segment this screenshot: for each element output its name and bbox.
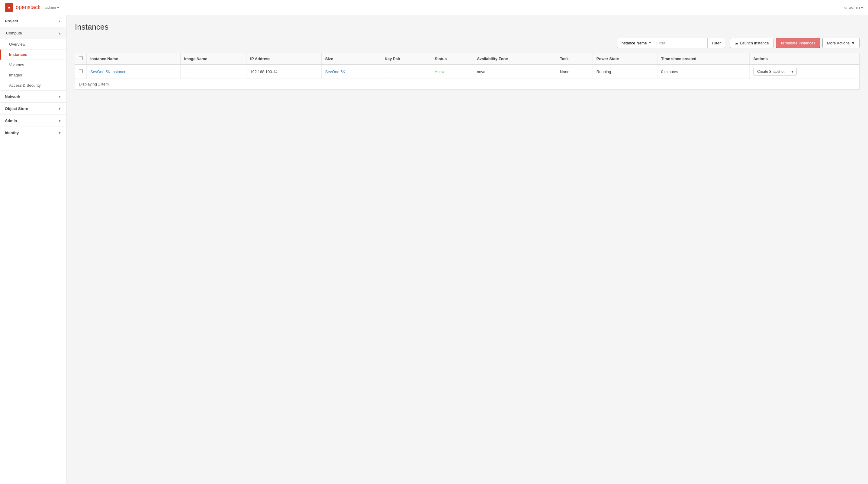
header-power-state-label: Power State [596,57,619,61]
chevron-up-icon-compute: ▲ [58,31,61,35]
filter-group: Instance Name Filter [617,38,725,48]
chevron-down-icon-more: ▼ [851,41,855,45]
sidebar-section-network[interactable]: Network ▼ [0,91,66,103]
filter-button[interactable]: Filter [707,38,725,48]
row-size-cell: SevOne 5K [321,64,381,79]
row-task-value: None [560,69,569,74]
select-all-checkbox[interactable] [79,56,83,60]
row-instance-name-link[interactable]: SevOne 5K Instance [90,69,126,74]
table-row: SevOne 5K Instance - 192.168.100.14 SevO… [75,64,860,79]
table-header-row: Instance Name Image Name IP Address Size… [75,53,860,65]
table-header: Instance Name Image Name IP Address Size… [75,53,860,65]
row-size-link[interactable]: SevOne 5K [325,69,345,74]
sidebar-section-network-label: Network [5,94,20,99]
user-dropdown-arrow: ▾ [861,5,863,10]
sidebar: Project ▲ Compute ▲ Overview Instances V… [0,15,66,484]
terminate-instances-button[interactable]: Terminate Instances [776,38,820,48]
chevron-up-icon: ▲ [58,19,61,23]
table-body: SevOne 5K Instance - 192.168.100.14 SevO… [75,64,860,79]
main-content: Instances Instance Name Filter ☁ Launch … [66,15,868,484]
sidebar-item-overview[interactable]: Overview [0,39,66,50]
filter-input[interactable] [653,38,707,48]
sidebar-item-overview-label: Overview [9,42,25,47]
header-size-label: Size [325,57,333,61]
row-availability-zone-cell: nova [473,64,556,79]
sidebar-section-object-store[interactable]: Object Store ▼ [0,103,66,115]
sidebar-section-object-store-label: Object Store [5,107,28,111]
row-power-state-cell: Running [593,64,657,79]
sidebar-section-admin[interactable]: Admin ▼ [0,115,66,127]
row-checkbox-cell [75,64,87,79]
row-status-value: Active [435,69,445,74]
header-ip-address-label: IP Address [250,57,270,61]
filter-select[interactable]: Instance Name [617,38,653,48]
sidebar-item-images[interactable]: Images [0,70,66,80]
row-key-pair-value: - [385,69,386,74]
header-image-name-label: Image Name [184,57,208,61]
logo-text: openstack [16,4,40,10]
header-key-pair-label: Key Pair [385,57,401,61]
sidebar-section-compute[interactable]: Compute ▲ [0,27,66,39]
header-instance-name-label: Instance Name [90,57,118,61]
row-power-state-value: Running [596,69,611,74]
row-instance-name-cell: SevOne 5K Instance [87,64,181,79]
row-time-since-created-cell: 0 minutes [657,64,749,79]
header-size: Size [321,53,381,65]
terminate-instances-label: Terminate Instances [780,41,815,45]
sidebar-item-volumes[interactable]: Volumes [0,60,66,70]
header-status-label: Status [435,57,447,61]
row-image-name-value: - [184,69,185,74]
create-snapshot-button[interactable]: Create Snapshot [753,68,788,75]
nav-left: ■ openstack admin ▾ [5,3,59,12]
header-status: Status [431,53,473,65]
action-dropdown-button[interactable]: ▼ [788,68,797,75]
row-ip-address-cell: 192.168.100.14 [246,64,321,79]
row-checkbox[interactable] [79,69,83,73]
sidebar-section-identity[interactable]: Identity ▼ [0,127,66,139]
project-dropdown-label: admin [45,5,56,10]
user-icon: ☺ [843,5,848,10]
launch-instance-button[interactable]: ☁ Launch Instance [730,38,773,48]
row-key-pair-cell: - [381,64,431,79]
upload-icon: ☁ [735,41,738,45]
header-checkbox-col [75,53,87,65]
more-actions-label: More Actions [827,41,849,45]
action-dropdown-arrow: ▼ [791,70,794,73]
header-power-state: Power State [593,53,657,65]
sidebar-section-project[interactable]: Project ▲ [0,15,66,27]
logo-icon: ■ [5,3,13,12]
create-snapshot-label: Create Snapshot [757,69,784,74]
header-key-pair: Key Pair [381,53,431,65]
row-status-cell: Active [431,64,473,79]
row-ip-address-value: 192.168.100.14 [250,69,277,74]
project-dropdown[interactable]: admin ▾ [45,5,59,10]
chevron-down-icon-admin: ▼ [58,119,61,123]
sidebar-section-admin-label: Admin [5,118,17,123]
header-actions-label: Actions [753,57,768,61]
header-task: Task [556,53,593,65]
top-navigation: ■ openstack admin ▾ ☺ admin ▾ [0,0,868,15]
sidebar-item-images-label: Images [9,73,22,77]
row-time-since-created-value: 0 minutes [661,69,678,74]
logo: ■ openstack [5,3,40,12]
sidebar-item-instances[interactable]: Instances [0,50,66,60]
row-availability-zone-value: nova [477,69,485,74]
header-availability-zone-label: Availability Zone [477,57,508,61]
toolbar: Instance Name Filter ☁ Launch Instance T… [75,38,860,48]
sidebar-section-compute-label: Compute [6,31,22,35]
main-layout: Project ▲ Compute ▲ Overview Instances V… [0,15,868,484]
chevron-down-icon-identity: ▼ [58,131,61,135]
sidebar-section-project-label: Project [5,19,18,23]
filter-button-label: Filter [712,41,721,45]
header-ip-address: IP Address [246,53,321,65]
user-menu[interactable]: ☺ admin ▾ [843,5,863,10]
header-image-name: Image Name [180,53,246,65]
launch-instance-label: Launch Instance [740,41,769,45]
chevron-down-icon-object-store: ▼ [58,107,61,111]
sidebar-item-access-security-label: Access & Security [9,83,41,88]
header-availability-zone: Availability Zone [473,53,556,65]
page-title: Instances [75,22,860,32]
more-actions-button[interactable]: More Actions ▼ [823,38,860,48]
row-task-cell: None [556,64,593,79]
sidebar-item-access-security[interactable]: Access & Security [0,80,66,91]
